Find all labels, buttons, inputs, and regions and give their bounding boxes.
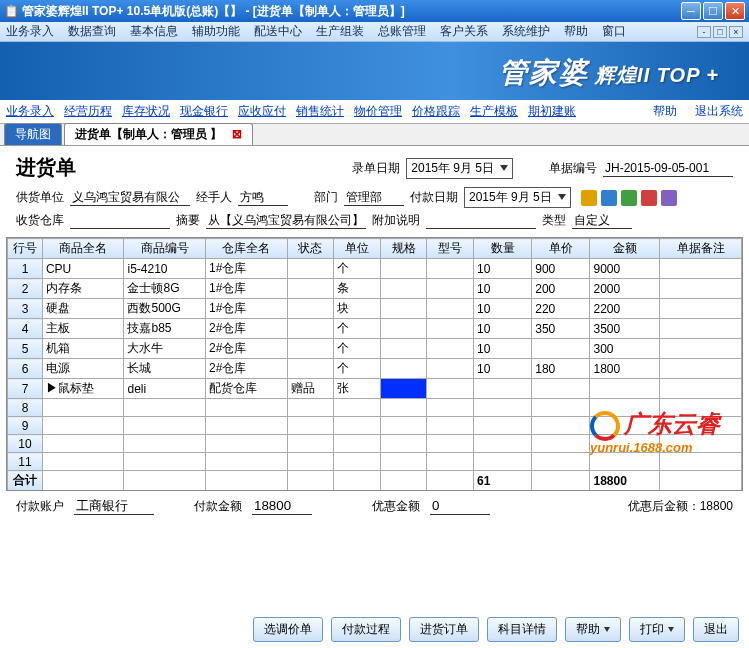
table-row[interactable]: 6电源长城2#仓库个101801800	[8, 359, 742, 379]
tab-close-icon[interactable]: ⊠	[232, 127, 242, 141]
total-row: 合计6118800	[8, 471, 742, 491]
entry-date-input[interactable]: 2015年 9月 5日	[406, 158, 513, 179]
link-bar: 业务录入 经营历程 库存状况 现金银行 应收应付 销售统计 物价管理 价格跟踪 …	[0, 100, 749, 124]
btn-pay-process[interactable]: 付款过程	[331, 617, 401, 642]
menu-item[interactable]: 辅助功能	[192, 23, 240, 40]
tab-strip: 导航图 进货单【制单人：管理员 】 ⊠	[0, 124, 749, 146]
doc-no-input[interactable]	[603, 160, 733, 177]
btn-purchase-order[interactable]: 进货订单	[409, 617, 479, 642]
supplier-label: 供货单位	[16, 189, 64, 206]
link[interactable]: 价格跟踪	[412, 103, 460, 120]
table-row[interactable]: 7▶鼠标垫deli配货仓库赠品张	[8, 379, 742, 399]
col-header[interactable]: 金额	[590, 239, 660, 259]
link[interactable]: 现金银行	[180, 103, 228, 120]
app-icon: 📋	[4, 4, 18, 18]
minimize-button[interactable]: ─	[681, 2, 701, 20]
handler-label: 经手人	[196, 189, 232, 206]
pay-date-input[interactable]: 2015年 9月 5日	[464, 187, 571, 208]
table-row[interactable]: 8	[8, 399, 742, 417]
menu-item[interactable]: 总账管理	[378, 23, 426, 40]
supplier-input[interactable]	[70, 189, 190, 206]
close-button[interactable]: ✕	[725, 2, 745, 20]
chevron-down-icon	[500, 165, 508, 173]
col-header[interactable]: 单位	[334, 239, 381, 259]
col-header[interactable]: 规格	[380, 239, 427, 259]
pay-amount-input[interactable]	[252, 497, 312, 515]
form-area: 进货单 录单日期 2015年 9月 5日 单据编号 供货单位 经手人 部门 付款…	[0, 146, 749, 237]
link[interactable]: 库存状况	[122, 103, 170, 120]
link[interactable]: 期初建账	[528, 103, 576, 120]
banner: 管家婆 辉煌II TOP +	[0, 42, 749, 100]
maximize-button[interactable]: ☐	[703, 2, 723, 20]
link[interactable]: 生产模板	[470, 103, 518, 120]
col-header[interactable]: 单价	[532, 239, 590, 259]
col-header[interactable]: 仓库全名	[206, 239, 288, 259]
tool-icon[interactable]	[661, 190, 677, 206]
tool-icon[interactable]	[601, 190, 617, 206]
dept-input[interactable]	[344, 189, 404, 206]
table-row[interactable]: 4主板技嘉b852#仓库个103503500	[8, 319, 742, 339]
table-row[interactable]: 3硬盘西数500G1#仓库块102202200	[8, 299, 742, 319]
banner-sub: 辉煌II TOP +	[595, 62, 719, 89]
col-header[interactable]: 状态	[287, 239, 334, 259]
link[interactable]: 经营历程	[64, 103, 112, 120]
menu-item[interactable]: 基本信息	[130, 23, 178, 40]
menu-item[interactable]: 窗口	[602, 23, 626, 40]
link[interactable]: 销售统计	[296, 103, 344, 120]
menu-item[interactable]: 数据查询	[68, 23, 116, 40]
data-grid[interactable]: 行号商品全名商品编号仓库全名状态单位规格型号数量单价金额单据备注1CPUi5-4…	[6, 237, 743, 491]
mdi-close-icon[interactable]: ×	[729, 26, 743, 38]
menu-item[interactable]: 客户关系	[440, 23, 488, 40]
col-header[interactable]: 商品编号	[124, 239, 206, 259]
btn-select-price[interactable]: 选调价单	[253, 617, 323, 642]
link[interactable]: 业务录入	[6, 103, 54, 120]
warehouse-input[interactable]	[70, 212, 170, 229]
type-input[interactable]	[572, 212, 632, 229]
chevron-down-icon	[558, 194, 566, 202]
link[interactable]: 物价管理	[354, 103, 402, 120]
tool-icon[interactable]	[581, 190, 597, 206]
pay-amount-label: 付款金额	[194, 498, 242, 515]
table-row[interactable]: 11	[8, 453, 742, 471]
menu-item[interactable]: 配送中心	[254, 23, 302, 40]
mdi-max-icon[interactable]: □	[713, 26, 727, 38]
button-bar: 选调价单 付款过程 进货订单 科目详情 帮助 打印 退出	[253, 617, 739, 642]
col-header[interactable]: 型号	[427, 239, 474, 259]
col-header[interactable]: 数量	[473, 239, 531, 259]
btn-exit[interactable]: 退出	[693, 617, 739, 642]
banner-main: 管家婆	[499, 54, 589, 92]
discount-input[interactable]	[430, 497, 490, 515]
btn-print[interactable]: 打印	[629, 617, 685, 642]
link[interactable]: 应收应付	[238, 103, 286, 120]
btn-subject-detail[interactable]: 科目详情	[487, 617, 557, 642]
dept-label: 部门	[314, 189, 338, 206]
btn-help[interactable]: 帮助	[565, 617, 621, 642]
col-header[interactable]: 行号	[8, 239, 43, 259]
menu-item[interactable]: 生产组装	[316, 23, 364, 40]
tab-nav[interactable]: 导航图	[4, 123, 62, 145]
link-exit[interactable]: 退出系统	[695, 103, 743, 120]
pay-account-input[interactable]	[74, 497, 154, 515]
col-header[interactable]: 单据备注	[660, 239, 742, 259]
link-help[interactable]: 帮助	[653, 103, 677, 120]
tool-icon[interactable]	[621, 190, 637, 206]
table-row[interactable]: 10	[8, 435, 742, 453]
table-row[interactable]: 5机箱大水牛2#仓库个10300	[8, 339, 742, 359]
table-row[interactable]: 2内存条金士顿8G1#仓库条102002000	[8, 279, 742, 299]
table-row[interactable]: 9	[8, 417, 742, 435]
menu-item[interactable]: 业务录入	[6, 23, 54, 40]
mdi-min-icon[interactable]: -	[697, 26, 711, 38]
col-header[interactable]: 商品全名	[42, 239, 124, 259]
menu-item[interactable]: 帮助	[564, 23, 588, 40]
window-title: 管家婆辉煌II TOP+ 10.5单机版(总账)【】 - [进货单【制单人：管理…	[22, 3, 681, 20]
tool-icon[interactable]	[641, 190, 657, 206]
chevron-down-icon	[668, 627, 674, 633]
summary-input[interactable]	[206, 212, 366, 229]
handler-input[interactable]	[238, 189, 288, 206]
main-menu: 业务录入 数据查询 基本信息 辅助功能 配送中心 生产组装 总账管理 客户关系 …	[0, 22, 749, 42]
menu-item[interactable]: 系统维护	[502, 23, 550, 40]
table-row[interactable]: 1CPUi5-42101#仓库个109009000	[8, 259, 742, 279]
note-input[interactable]	[426, 212, 536, 229]
tab-purchase[interactable]: 进货单【制单人：管理员 】 ⊠	[64, 123, 253, 145]
chevron-down-icon	[604, 627, 610, 633]
